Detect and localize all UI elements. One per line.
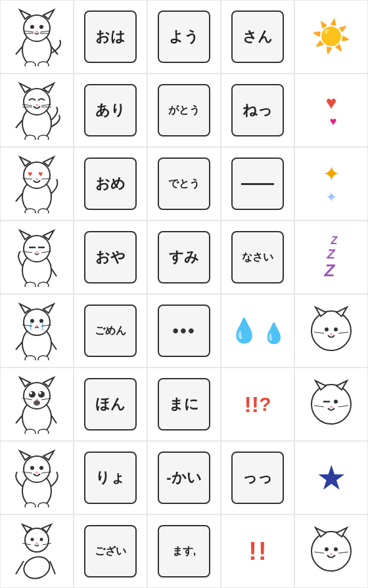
- cell-r4-c5[interactable]: Z Z Z: [294, 220, 368, 294]
- text-hon: ほん: [84, 378, 137, 430]
- svg-point-97: [24, 456, 50, 482]
- cell-r1-c5[interactable]: ☀️: [294, 0, 368, 74]
- svg-point-93: [330, 406, 333, 408]
- svg-point-112: [35, 543, 38, 545]
- zzz-icon: Z Z Z: [325, 235, 338, 280]
- text-nasai: なさい: [231, 231, 284, 284]
- cell-r5-c5[interactable]: [294, 294, 368, 368]
- svg-point-26: [38, 135, 49, 140]
- cell-r7-c5[interactable]: ★: [294, 441, 368, 514]
- cell-r3-c3[interactable]: でとう: [147, 147, 221, 220]
- svg-point-115: [21, 553, 53, 581]
- cell-r2-c4[interactable]: ねっ: [221, 74, 294, 147]
- cell-r4-c4[interactable]: なさい: [221, 220, 294, 294]
- svg-line-85: [51, 415, 57, 423]
- svg-point-79: [39, 392, 41, 394]
- text-nec: ねっ: [231, 84, 284, 136]
- cell-r6-c1[interactable]: [0, 368, 74, 441]
- svg-point-92: [334, 400, 338, 404]
- cell-r8-c1[interactable]: [0, 514, 74, 588]
- svg-point-101: [39, 466, 43, 470]
- svg-line-48: [51, 268, 57, 276]
- cell-r1-c2[interactable]: おは: [74, 0, 147, 74]
- svg-line-24: [16, 120, 22, 128]
- cell-r3-c2[interactable]: おめ: [74, 147, 147, 220]
- svg-point-106: [38, 503, 49, 507]
- cell-r7-c4[interactable]: っっ: [221, 441, 294, 514]
- text-you: よう: [158, 10, 210, 63]
- cell-r2-c1[interactable]: [0, 74, 74, 147]
- cell-r7-c3[interactable]: -かい: [147, 441, 221, 514]
- cat-surprised: [7, 375, 66, 434]
- text-mani: まに: [158, 378, 210, 430]
- cell-r8-c3[interactable]: ます,: [147, 514, 221, 588]
- cell-r3-c5[interactable]: ✦ ✦: [294, 147, 368, 220]
- drops-icon: 💧 💧: [229, 317, 286, 345]
- svg-point-45: [35, 251, 38, 253]
- svg-point-123: [330, 553, 333, 555]
- cell-r8-c5[interactable]: [294, 514, 368, 588]
- cell-r5-c1[interactable]: [0, 294, 74, 368]
- cell-r5-c4[interactable]: 💧 💧: [221, 294, 294, 368]
- svg-point-49: [25, 282, 35, 287]
- svg-point-77: [38, 391, 45, 398]
- svg-point-118: [311, 532, 351, 571]
- sparkle-icon: ✦ ✦: [323, 161, 340, 206]
- text-san: さん: [231, 10, 284, 63]
- dash-box: [231, 158, 284, 210]
- cell-r5-c2[interactable]: ごめん: [74, 294, 147, 368]
- cell-r3-c4[interactable]: [221, 147, 294, 220]
- exclaim-double-icon: ! !: [248, 537, 266, 566]
- cat-wink: [302, 375, 361, 434]
- svg-point-68: [334, 327, 338, 331]
- svg-point-87: [38, 429, 49, 434]
- cat-basic: [7, 7, 66, 66]
- cell-r4-c3[interactable]: すみ: [147, 220, 221, 294]
- svg-point-111: [40, 538, 43, 541]
- cat-sleepy: [7, 228, 66, 287]
- cell-r8-c4[interactable]: ! !: [221, 514, 294, 588]
- cell-r2-c2[interactable]: あり: [74, 74, 147, 147]
- text-ttsu: っっ: [231, 452, 284, 504]
- svg-point-88: [311, 385, 351, 424]
- text-sumi: すみ: [158, 231, 210, 284]
- text-kai: -かい: [158, 452, 210, 504]
- cell-r2-c3[interactable]: がとう: [147, 74, 221, 147]
- cell-r7-c1[interactable]: [0, 441, 74, 514]
- cat-smile: [302, 301, 361, 360]
- cell-r2-c5[interactable]: ♥ ♥: [294, 74, 368, 147]
- svg-point-100: [30, 466, 34, 470]
- svg-point-19: [35, 104, 38, 106]
- cell-r8-c2[interactable]: ござい: [74, 514, 147, 588]
- svg-point-13: [25, 62, 35, 66]
- svg-point-76: [29, 391, 35, 398]
- cell-r1-c4[interactable]: さん: [221, 0, 294, 74]
- text-oya: おや: [84, 231, 137, 284]
- cell-r7-c2[interactable]: りょ: [74, 441, 147, 514]
- cell-r6-c3[interactable]: まに: [147, 368, 221, 441]
- svg-line-11: [16, 47, 22, 54]
- cell-r4-c2[interactable]: おや: [74, 220, 147, 294]
- svg-text:♥: ♥: [38, 169, 43, 178]
- cell-r6-c4[interactable]: !! ?: [221, 368, 294, 441]
- cell-r6-c5[interactable]: [294, 368, 368, 441]
- svg-point-62: [25, 356, 35, 360]
- cell-r6-c2[interactable]: ほん: [74, 368, 147, 441]
- cell-r1-c1[interactable]: [0, 0, 74, 74]
- svg-point-5: [39, 25, 43, 29]
- svg-point-25: [25, 135, 35, 140]
- cell-r4-c1[interactable]: [0, 220, 74, 294]
- svg-point-78: [30, 392, 32, 394]
- svg-point-16: [24, 89, 50, 115]
- text-gomen: ごめん: [84, 304, 137, 357]
- svg-point-38: [38, 209, 49, 213]
- cat-crying: [7, 301, 66, 360]
- svg-point-63: [38, 356, 49, 360]
- cell-r3-c1[interactable]: ♥ ♥: [0, 147, 74, 220]
- svg-point-67: [325, 327, 329, 331]
- hearts-icon: ♥ ♥: [326, 93, 337, 129]
- svg-line-117: [50, 561, 55, 574]
- cell-r5-c3[interactable]: •••: [147, 294, 221, 368]
- text-oha: おは: [84, 10, 137, 63]
- cell-r1-c3[interactable]: よう: [147, 0, 221, 74]
